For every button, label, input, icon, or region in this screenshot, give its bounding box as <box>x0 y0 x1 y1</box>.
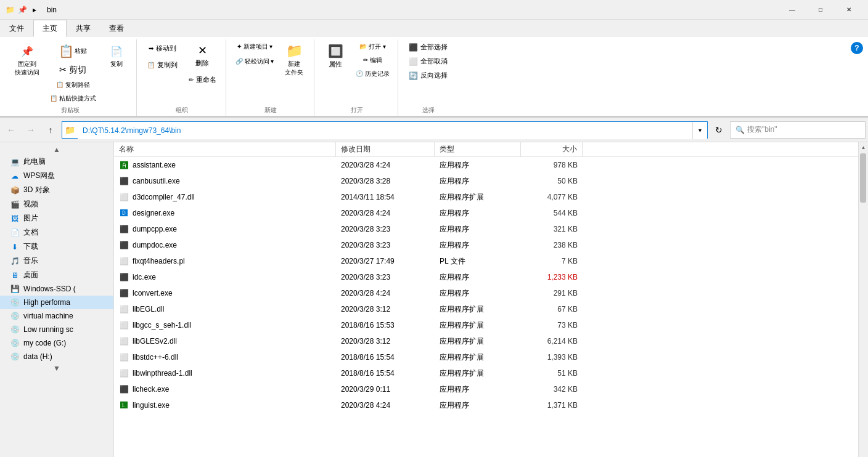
select-none-button[interactable]: ⬜ 全部取消 <box>404 55 452 68</box>
folder-icon: 📁 <box>5 5 15 15</box>
scroll-up-arrow[interactable]: ▲ <box>859 142 869 152</box>
tab-home[interactable]: 主页 <box>33 20 67 37</box>
easy-access-button[interactable]: 🔗 轻松访问 ▾ <box>232 55 277 68</box>
file-size-lconvert: 291 KB <box>521 289 583 297</box>
table-row[interactable]: ⬛ dumpdoc.exe 2020/3/28 3:23 应用程序 238 KB <box>114 237 858 253</box>
col-header-type[interactable]: 类型 <box>435 142 521 156</box>
forward-button[interactable]: → <box>22 121 39 139</box>
file-date-libstdc: 2018/8/16 15:54 <box>336 353 435 362</box>
sidebar-item-desktop[interactable]: 🖥 桌面 <box>0 268 113 282</box>
scrollbar-track[interactable] <box>859 152 868 457</box>
file-icon-idc: ⬛ <box>119 272 129 282</box>
copy-path-button[interactable]: 📋 复制路径 <box>47 79 99 91</box>
tab-share[interactable]: 共享 <box>67 20 100 37</box>
col-header-name[interactable]: 名称 <box>114 142 336 156</box>
maximize-button[interactable]: □ <box>806 0 835 20</box>
move-to-button[interactable]: ➡ 移动到 <box>144 41 181 56</box>
copy-button[interactable]: 📄 复制 <box>102 41 131 71</box>
table-row[interactable]: ⬛ dumpcpp.exe 2020/3/28 3:23 应用程序 321 KB <box>114 221 858 237</box>
sidebar-item-this-pc[interactable]: 💻 此电脑 <box>0 155 113 169</box>
table-row[interactable]: 🅳 designer.exe 2020/3/28 4:24 应用程序 544 K… <box>114 205 858 221</box>
table-row[interactable]: ⬜ libgcc_s_seh-1.dll 2018/8/16 15:53 应用程… <box>114 317 858 333</box>
file-size-linguist: 1,371 KB <box>521 401 583 410</box>
sidebar-item-wps[interactable]: ☁ WPS网盘 <box>0 169 113 183</box>
new-folder-icon: 📁 <box>287 44 301 59</box>
vertical-scrollbar[interactable]: ▲ ▼ <box>858 142 868 457</box>
properties-button[interactable]: 🔲 属性 <box>321 41 350 72</box>
sidebar-scroll-down[interactable]: ▼ <box>0 363 113 373</box>
file-name-fixqt4: ⬜ fixqt4headers.pl <box>114 256 336 266</box>
sidebar-item-music[interactable]: 🎵 音乐 <box>0 254 113 268</box>
sidebar-item-3d[interactable]: 📦 3D 对象 <box>0 183 113 197</box>
table-row[interactable]: ⬛ lconvert.exe 2020/3/28 4:24 应用程序 291 K… <box>114 285 858 301</box>
sidebar-item-label-windows-ssd: Windows-SSD ( <box>23 285 76 293</box>
edit-icon: ✏ 编辑 <box>363 56 382 65</box>
table-row[interactable]: ⬜ libstdc++-6.dll 2018/8/16 15:54 应用程序扩展… <box>114 349 858 365</box>
scrollbar-thumb[interactable] <box>860 153 866 203</box>
file-name-assistant: 🅰 assistant.exe <box>114 160 336 170</box>
sidebar-item-label-virtual: virtual machine <box>23 312 73 320</box>
col-header-size[interactable]: 大小 <box>521 142 583 156</box>
up-button[interactable]: ↑ <box>42 121 59 139</box>
delete-button[interactable]: ✕ 删除 <box>187 41 217 71</box>
select-none-icon: ⬜ <box>409 57 418 66</box>
table-row[interactable]: 🅻 linguist.exe 2020/3/28 4:24 应用程序 1,371… <box>114 397 858 413</box>
copy-to-button[interactable]: 📋 复制到 <box>143 57 182 73</box>
tab-file[interactable]: 文件 <box>0 20 33 37</box>
invert-selection-button[interactable]: 🔄 反向选择 <box>404 69 452 82</box>
music-icon: 🎵 <box>10 256 20 266</box>
address-dropdown-button[interactable]: ▾ <box>692 122 707 139</box>
search-box[interactable]: 🔍 搜索"bin" <box>730 121 866 139</box>
tab-view[interactable]: 查看 <box>100 20 133 37</box>
file-date-libgcc: 2018/8/16 15:53 <box>336 321 435 330</box>
file-type-dumpdoc: 应用程序 <box>435 240 521 251</box>
table-row[interactable]: ⬜ libwinpthread-1.dll 2018/8/16 15:54 应用… <box>114 365 858 381</box>
file-date-licheck: 2020/3/29 0:11 <box>336 385 435 394</box>
back-button[interactable]: ← <box>2 121 20 139</box>
help-button[interactable]: ? <box>851 42 863 54</box>
refresh-button[interactable]: ↻ <box>710 121 727 139</box>
pin-to-quickaccess-button[interactable]: 📌 固定到快速访问 <box>10 41 44 80</box>
col-header-date[interactable]: 修改日期 <box>336 142 435 156</box>
file-type-libstdc: 应用程序扩展 <box>435 352 521 363</box>
table-row[interactable]: ⬛ idc.exe 2020/3/28 3:23 应用程序 1,233 KB <box>114 269 858 285</box>
sidebar-item-my-code[interactable]: 💿 my code (G:) <box>0 336 113 350</box>
edit-button[interactable]: ✏ 编辑 <box>353 54 393 67</box>
pictures-icon: 🖼 <box>10 214 20 224</box>
file-size-canbusutil: 50 KB <box>521 177 583 185</box>
address-input[interactable]: D:\QT\5.14.2\mingw73_64\bin <box>78 122 692 139</box>
table-row[interactable]: ⬜ libGLESv2.dll 2020/3/28 3:12 应用程序扩展 6,… <box>114 333 858 349</box>
sidebar-item-virtual[interactable]: 💿 virtual machine <box>0 309 113 323</box>
select-all-button[interactable]: ⬛ 全部选择 <box>404 41 452 54</box>
sidebar-item-windows-ssd[interactable]: 💾 Windows-SSD ( <box>0 282 113 296</box>
sidebar-scroll-up[interactable]: ▲ <box>0 145 113 155</box>
history-button[interactable]: 🕐 历史记录 <box>353 68 393 80</box>
new-item-button[interactable]: ✦ 新建项目 ▾ <box>232 41 277 53</box>
file-icon-lconvert: ⬛ <box>119 288 129 298</box>
sidebar-item-high-perf[interactable]: 💿 High performa <box>0 296 113 309</box>
minimize-button[interactable]: — <box>778 0 806 20</box>
file-date-libegl: 2020/3/28 3:12 <box>336 305 435 313</box>
paste-shortcut-button[interactable]: 📋 粘贴快捷方式 <box>47 92 99 105</box>
sidebar-item-pictures[interactable]: 🖼 图片 <box>0 211 113 225</box>
close-button[interactable]: ✕ <box>835 0 863 20</box>
table-row[interactable]: ⬜ fixqt4headers.pl 2020/3/27 17:49 PL 文件… <box>114 253 858 269</box>
file-date-assistant: 2020/3/28 4:24 <box>336 161 435 169</box>
paste-button[interactable]: 📋 粘贴 <box>47 41 99 62</box>
sidebar-item-data[interactable]: 💿 data (H:) <box>0 350 113 363</box>
cut-button[interactable]: ✂ 剪切 <box>47 63 99 78</box>
sidebar-item-low-running[interactable]: 💿 Low running sc <box>0 323 113 336</box>
sidebar-item-downloads[interactable]: ⬇ 下载 <box>0 240 113 254</box>
table-row[interactable]: ⬛ licheck.exe 2020/3/29 0:11 应用程序 342 KB <box>114 381 858 397</box>
open-button[interactable]: 📂 打开 ▾ <box>353 41 393 53</box>
table-row[interactable]: ⬛ canbusutil.exe 2020/3/28 3:28 应用程序 50 … <box>114 173 858 189</box>
new-folder-button[interactable]: 📁 新建文件夹 <box>279 41 309 80</box>
table-row[interactable]: 🅰 assistant.exe 2020/3/28 4:24 应用程序 978 … <box>114 157 858 173</box>
sidebar-item-documents[interactable]: 📄 文档 <box>0 225 113 240</box>
file-icon-libstdc: ⬜ <box>119 352 129 362</box>
table-row[interactable]: ⬜ libEGL.dll 2020/3/28 3:12 应用程序扩展 67 KB <box>114 301 858 317</box>
rename-button[interactable]: ✏ 重命名 <box>184 72 221 87</box>
sidebar-item-videos[interactable]: 🎬 视频 <box>0 197 113 211</box>
table-row[interactable]: ⬜ d3dcompiler_47.dll 2014/3/11 18:54 应用程… <box>114 189 858 205</box>
file-name-lconvert: ⬛ lconvert.exe <box>114 288 336 298</box>
